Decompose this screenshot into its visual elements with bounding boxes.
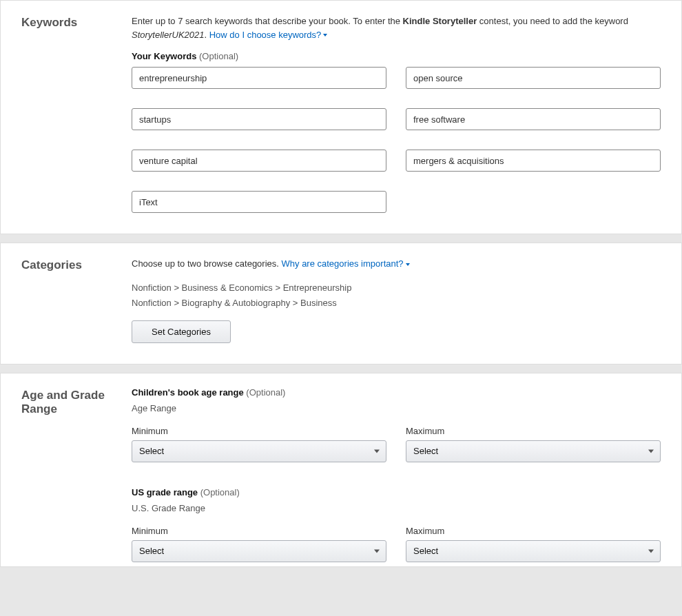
keyword-input-3[interactable] [132, 108, 386, 130]
keyword-input-1[interactable] [132, 67, 386, 89]
grade-subhead: U.S. Grade Range [132, 503, 661, 513]
chevron-down-icon [406, 263, 410, 266]
grade-heading: US grade range (Optional) [132, 487, 661, 497]
age-grade-section: Age and Grade Range Children's book age … [0, 373, 682, 567]
age-min-select[interactable]: Select [132, 440, 386, 462]
keyword-input-5[interactable] [132, 150, 386, 172]
categories-list: Nonfiction > Business & Economics > Entr… [132, 280, 661, 311]
your-keywords-label: Your Keywords (Optional) [132, 51, 661, 61]
age-max-select[interactable]: Select [406, 440, 661, 462]
age-heading: Children's book age range (Optional) [132, 387, 661, 398]
age-min-label: Minimum [132, 426, 386, 436]
age-max-label: Maximum [406, 426, 661, 436]
keywords-section: Keywords Enter up to 7 search keywords t… [0, 0, 682, 234]
age-subhead: Age Range [132, 403, 661, 413]
age-grade-title: Age and Grade Range [21, 387, 132, 562]
keyword-input-6[interactable] [406, 150, 661, 172]
categories-title: Categories [21, 257, 132, 343]
keywords-title: Keywords [21, 14, 132, 213]
categories-hint: Choose up to two browse categories. Why … [132, 257, 661, 271]
keywords-help-link[interactable]: How do I choose keywords? [209, 30, 328, 40]
grade-min-label: Minimum [132, 526, 386, 536]
grade-max-select[interactable]: Select [406, 540, 661, 562]
keyword-input-2[interactable] [406, 67, 661, 89]
keywords-grid [132, 67, 661, 213]
grade-min-select[interactable]: Select [132, 540, 386, 562]
categories-help-link[interactable]: Why are categories important? [282, 258, 410, 269]
grade-max-label: Maximum [406, 526, 661, 536]
categories-section: Categories Choose up to two browse categ… [0, 243, 682, 365]
category-item: Nonfiction > Business & Economics > Entr… [132, 280, 661, 296]
keywords-hint: Enter up to 7 search keywords that descr… [132, 14, 661, 41]
chevron-down-icon [323, 34, 327, 37]
keyword-input-4[interactable] [406, 108, 661, 130]
category-item: Nonfiction > Biography & Autobiography >… [132, 296, 661, 311]
set-categories-button[interactable]: Set Categories [132, 320, 231, 343]
keyword-input-7[interactable] [132, 191, 386, 213]
